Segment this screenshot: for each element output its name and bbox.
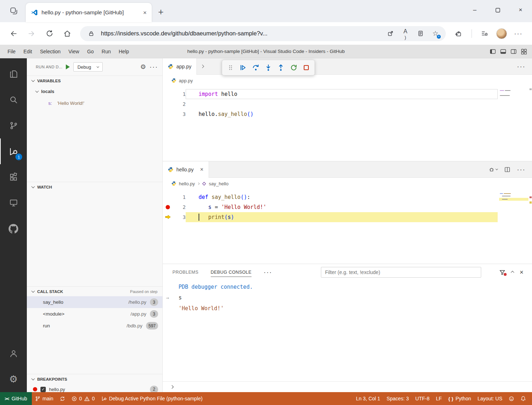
cursor-position[interactable]: Ln 3, Col 1 (353, 392, 384, 405)
editor-more-icon[interactable]: ··· (517, 63, 526, 70)
breadcrumb-item[interactable]: hello.py (179, 181, 195, 186)
start-debug-icon[interactable] (66, 64, 70, 69)
code-line[interactable]: 2 s = 'Hello World!' (163, 202, 532, 212)
breadcrumb[interactable]: app.py (163, 75, 532, 86)
browser-menu-icon[interactable]: ··· (511, 26, 526, 41)
debug-settings-gear-icon[interactable]: ⚙ (140, 64, 146, 70)
remote-indicator[interactable]: >< GitHub (0, 392, 32, 405)
accounts-icon[interactable] (0, 341, 27, 366)
github-icon[interactable] (0, 216, 27, 241)
profile-avatar[interactable] (496, 28, 507, 39)
breakpoint-row[interactable]: ✓ hello.py 2 (27, 384, 162, 392)
tab-close-icon[interactable]: × (142, 9, 148, 16)
step-into-button[interactable] (263, 62, 273, 73)
read-aloud-icon[interactable]: A) (400, 28, 411, 39)
add-favorite-star-icon[interactable]: ☆ + (430, 28, 441, 39)
sync-button[interactable] (57, 392, 68, 405)
stack-frame-row[interactable]: say_hello /hello.py 3 (27, 296, 162, 308)
stop-button[interactable] (301, 62, 311, 73)
editor-more-icon[interactable]: ··· (517, 166, 526, 173)
tab-problems[interactable]: PROBLEMS (172, 264, 199, 280)
breakpoints-header[interactable]: BREAKPOINTS (27, 374, 162, 384)
step-over-button[interactable] (251, 62, 261, 73)
panel-more-icon[interactable]: ··· (264, 269, 272, 275)
encoding[interactable]: UTF-8 (412, 392, 433, 405)
stack-frame-row[interactable]: <module> /app.py 3 (27, 308, 162, 320)
lock-icon[interactable] (86, 28, 97, 39)
url-text[interactable]: https://insiders.vscode.dev/github/dbaeu… (101, 30, 381, 37)
restart-button[interactable] (288, 62, 298, 73)
continue-button[interactable] (238, 62, 248, 73)
collapse-panel-icon[interactable] (511, 271, 514, 274)
favorites-bar-icon[interactable] (477, 26, 493, 41)
refresh-icon[interactable] (42, 26, 57, 41)
tab-debug-console[interactable]: DEBUG CONSOLE (211, 264, 252, 280)
tab-close-icon[interactable]: × (200, 166, 203, 173)
breadcrumb[interactable]: hello.py say_hello (163, 178, 532, 189)
extensions-puzzle-icon[interactable] (451, 26, 467, 41)
new-tab-icon[interactable]: + (158, 7, 163, 16)
run-and-debug-icon[interactable]: 1 (0, 138, 27, 164)
scope-locals-row[interactable]: locals (27, 86, 162, 97)
variable-row[interactable]: s: 'Hello World!' (27, 97, 162, 109)
variables-header[interactable]: VARIABLES (27, 76, 162, 86)
menu-selection[interactable]: Selection (36, 45, 65, 58)
open-in-app-icon[interactable] (385, 28, 396, 39)
close-panel-icon[interactable]: × (519, 269, 523, 275)
indentation[interactable]: Spaces: 3 (384, 392, 412, 405)
tab-hello-py[interactable]: hello.py × (163, 161, 209, 178)
sidebar-more-icon[interactable]: ··· (150, 64, 158, 70)
call-stack-header[interactable]: CALL STACK Paused on step (27, 287, 162, 296)
debug-config-dropdown[interactable]: Debug (73, 62, 102, 72)
close-window-icon[interactable]: × (509, 2, 532, 18)
source-control-icon[interactable] (0, 113, 27, 138)
breadcrumb-item[interactable]: app.py (179, 78, 193, 83)
menu-go[interactable]: Go (83, 45, 98, 58)
forward-icon[interactable] (24, 26, 39, 41)
branch-indicator[interactable]: main (32, 392, 57, 405)
minimize-icon[interactable]: – (463, 2, 486, 18)
debug-console-input[interactable] (163, 381, 532, 392)
breakpoint-dot-icon[interactable] (166, 205, 170, 209)
code-editor-hello[interactable]: 1 def say_hello(): 2 s = 'Hello World!' … (163, 189, 532, 264)
breakpoint-checkbox[interactable]: ✓ (40, 387, 46, 392)
keyboard-layout[interactable]: Layout: US (474, 392, 506, 405)
remote-explorer-icon[interactable] (0, 190, 27, 216)
tab-app-py[interactable]: app.py (163, 58, 197, 75)
toggle-sidebar-right-icon[interactable] (511, 49, 517, 54)
console-filter-input[interactable] (321, 267, 481, 278)
code-line-current[interactable]: 3 print(s) (163, 212, 532, 222)
customize-layout-icon[interactable] (521, 49, 527, 54)
browser-tab[interactable]: hello.py - python-sample [GitHub] × (26, 3, 152, 22)
page-actions-icon[interactable] (415, 28, 426, 39)
eol-indicator[interactable]: LF (433, 392, 445, 405)
step-out-button[interactable] (276, 62, 286, 73)
breadcrumb-item[interactable]: say_hello (209, 181, 229, 186)
menu-edit[interactable]: Edit (20, 45, 36, 58)
toggle-panel-icon[interactable] (500, 49, 506, 54)
back-icon[interactable] (6, 26, 21, 41)
explorer-icon[interactable] (0, 61, 27, 87)
code-line[interactable]: 1 import hello (163, 89, 532, 99)
settings-gear-icon[interactable]: ⚙ (0, 366, 27, 392)
split-editor-icon[interactable] (504, 166, 511, 173)
minimap[interactable] (500, 90, 528, 97)
language-mode[interactable]: { } Python (445, 392, 474, 405)
address-bar[interactable]: https://insiders.vscode.dev/github/dbaeu… (80, 26, 446, 41)
code-editor-app[interactable]: 1 import hello 2 3 hello.say_hello() (163, 86, 532, 161)
code-line[interactable]: 1 def say_hello(): (163, 192, 532, 202)
minimap[interactable] (500, 193, 528, 202)
chevron-right-icon[interactable] (197, 58, 208, 74)
code-line[interactable]: 3 hello.say_hello() (163, 109, 532, 119)
drag-handle-icon[interactable] (225, 62, 235, 73)
maximize-icon[interactable] (486, 2, 509, 18)
problems-indicator[interactable]: 0 0 (68, 392, 98, 405)
feedback-smiley-icon[interactable] (506, 392, 517, 405)
home-icon[interactable] (59, 26, 75, 41)
stack-frame-row[interactable]: run /bdb.py 597 (27, 320, 162, 332)
debug-console-output[interactable]: PDB debugger connected. →s 'Hello World!… (163, 280, 532, 381)
menu-file[interactable]: File (4, 45, 20, 58)
code-line[interactable]: 2 (163, 99, 532, 109)
toggle-sidebar-left-icon[interactable] (490, 49, 496, 54)
menu-view[interactable]: View (64, 45, 83, 58)
